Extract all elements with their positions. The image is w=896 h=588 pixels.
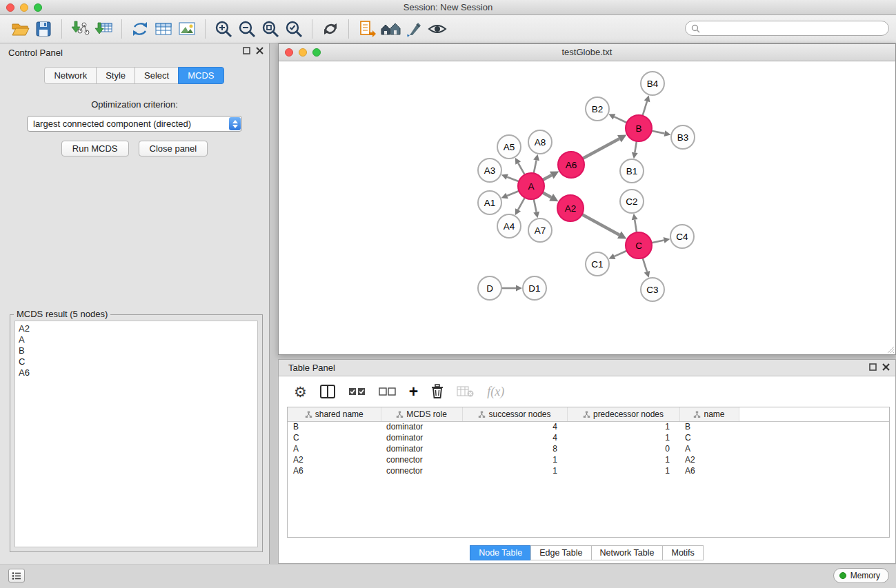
mcds-result-list[interactable]: A2ABCA6	[14, 321, 258, 547]
tab-network-table[interactable]: Network Table	[591, 545, 664, 560]
graph-node-B[interactable]: B	[626, 115, 652, 141]
result-list-item[interactable]: A	[19, 334, 254, 345]
float-table-panel-icon[interactable]	[869, 363, 877, 371]
table-row[interactable]: Adominator80A	[288, 443, 889, 454]
resize-handle-icon[interactable]	[885, 344, 895, 354]
table-cell[interactable]: connector	[381, 454, 462, 465]
tab-node-table[interactable]: Node Table	[470, 545, 531, 560]
table-cell[interactable]: B	[679, 421, 739, 432]
graph-edge[interactable]	[635, 220, 637, 233]
close-panel-button[interactable]: Close panel	[139, 141, 208, 156]
import-table-icon[interactable]	[92, 18, 115, 40]
table-cell[interactable]: A	[679, 443, 739, 454]
table-cell[interactable]: 1	[462, 454, 567, 465]
tab-style[interactable]: Style	[96, 67, 135, 84]
export-image-icon[interactable]	[175, 18, 199, 40]
home-icon[interactable]	[379, 18, 402, 40]
graph-node-C3[interactable]: C3	[641, 278, 664, 301]
graph-node-A1[interactable]: A1	[478, 191, 501, 214]
table-cell[interactable]: C	[288, 432, 381, 443]
table-row[interactable]: Bdominator41B	[288, 421, 889, 432]
graph-node-D[interactable]: D	[478, 276, 501, 300]
graph-node-C1[interactable]: C1	[586, 252, 609, 276]
column-layout-icon[interactable]	[319, 381, 336, 402]
graph-edge[interactable]	[652, 240, 664, 243]
import-network-icon[interactable]	[68, 18, 92, 40]
run-mcds-button[interactable]: Run MCDS	[61, 141, 129, 156]
graph-edge[interactable]	[518, 163, 524, 175]
result-list-item[interactable]: C	[19, 356, 254, 367]
search-input[interactable]	[704, 23, 883, 33]
delete-column-icon[interactable]	[430, 381, 444, 402]
graph-node-A4[interactable]: A4	[497, 214, 521, 238]
table-cell[interactable]: A	[288, 443, 381, 454]
table-cell[interactable]: 1	[567, 421, 679, 432]
graph-edge[interactable]	[507, 177, 519, 182]
graph-node-B4[interactable]: B4	[641, 72, 664, 95]
column-header[interactable]: successor nodes	[462, 407, 567, 421]
table-cell[interactable]: 1	[462, 465, 567, 476]
table-cell[interactable]: 4	[462, 432, 567, 443]
graph-edge[interactable]	[543, 192, 552, 197]
graph-node-A2[interactable]: A2	[557, 195, 584, 221]
graph-edge[interactable]	[643, 258, 647, 272]
network-arrows-icon[interactable]	[128, 18, 152, 40]
deselect-all-columns-icon[interactable]	[379, 381, 397, 402]
table-cell[interactable]: dominator	[381, 443, 462, 454]
graph-node-C2[interactable]: C2	[620, 190, 644, 213]
graph-node-B3[interactable]: B3	[671, 125, 695, 149]
table-cell[interactable]: 4	[462, 421, 567, 432]
table-cell[interactable]: A2	[679, 454, 739, 465]
criterion-dropdown[interactable]: largest connected component (directed)	[27, 116, 242, 132]
task-history-button[interactable]	[8, 569, 25, 582]
graph-edge[interactable]	[583, 139, 619, 159]
table-cell[interactable]: 1	[567, 454, 679, 465]
table-cell[interactable]: dominator	[381, 421, 462, 432]
graph-node-A7[interactable]: A7	[528, 219, 552, 242]
table-cell[interactable]: A6	[288, 465, 381, 476]
graph-edge[interactable]	[652, 131, 665, 134]
function-builder-icon[interactable]: f(x)	[487, 381, 504, 402]
eye-icon[interactable]	[426, 18, 449, 40]
close-table-panel-icon[interactable]	[882, 363, 890, 371]
graph-edge[interactable]	[615, 251, 627, 256]
new-table-icon[interactable]	[152, 18, 175, 40]
style-brush-icon[interactable]	[402, 18, 426, 40]
table-cell[interactable]: dominator	[381, 432, 462, 443]
column-header[interactable]: predecessor nodes	[567, 407, 679, 421]
table-cell[interactable]: 1	[567, 465, 679, 476]
tab-network[interactable]: Network	[44, 67, 97, 84]
network-canvas[interactable]: B4B2BB3A5A8A6A3B1AC2A1A2A4A7C4CC1DD1C3	[279, 61, 895, 354]
graph-edge[interactable]	[534, 199, 537, 212]
zoom-in-icon[interactable]	[212, 18, 235, 40]
delete-table-icon[interactable]	[457, 381, 475, 402]
result-list-item[interactable]: A6	[19, 367, 254, 378]
open-icon[interactable]	[8, 18, 32, 40]
graph-node-C[interactable]: C	[626, 232, 652, 258]
zoom-selected-icon[interactable]	[282, 18, 306, 40]
table-cell[interactable]: connector	[381, 465, 462, 476]
graph-edge[interactable]	[614, 116, 626, 123]
zoom-out-icon[interactable]	[235, 18, 259, 40]
add-column-icon[interactable]: +	[409, 381, 418, 402]
tab-edge-table[interactable]: Edge Table	[530, 545, 591, 560]
graph-edge[interactable]	[543, 175, 552, 180]
graph-node-A5[interactable]: A5	[497, 135, 521, 159]
graph-node-C4[interactable]: C4	[670, 225, 694, 248]
close-panel-icon[interactable]	[256, 47, 263, 54]
graph-node-A[interactable]: A	[518, 173, 544, 199]
float-panel-icon[interactable]	[243, 47, 250, 54]
save-icon[interactable]	[32, 18, 55, 40]
graph-edge[interactable]	[507, 191, 519, 196]
table-cell[interactable]: B	[288, 421, 381, 432]
result-list-item[interactable]: A2	[19, 323, 254, 334]
table-cell[interactable]: 0	[567, 443, 679, 454]
column-header[interactable]: name	[679, 407, 739, 421]
table-cell[interactable]: A2	[288, 454, 381, 465]
result-list-item[interactable]: B	[19, 345, 254, 356]
table-cell[interactable]: 1	[567, 432, 679, 443]
table-settings-gear-icon[interactable]: ⚙	[294, 381, 307, 402]
graph-node-A6[interactable]: A6	[558, 152, 584, 178]
select-all-columns-icon[interactable]	[348, 381, 366, 402]
graph-node-A8[interactable]: A8	[528, 130, 552, 154]
